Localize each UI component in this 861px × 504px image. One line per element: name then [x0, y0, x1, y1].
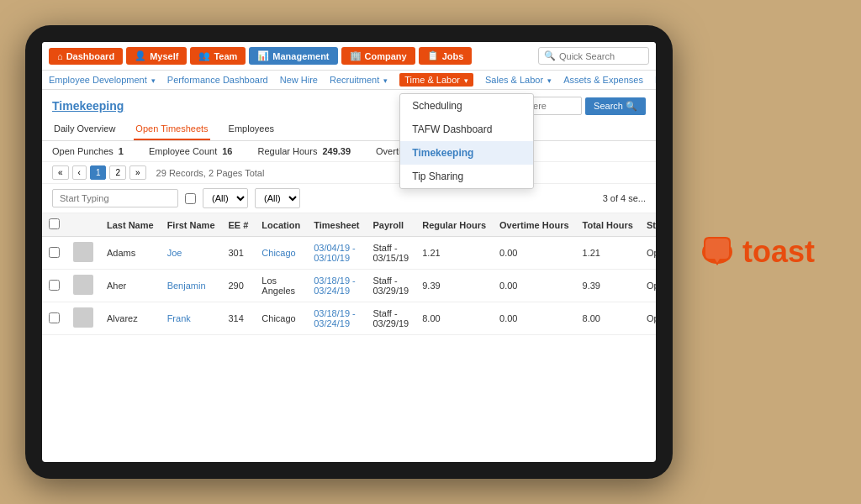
jobs-button[interactable]: 📋 Jobs	[419, 47, 473, 65]
management-button[interactable]: 📊 Management	[249, 47, 337, 65]
first-page-button[interactable]: «	[52, 165, 69, 180]
firstname-link[interactable]: Frank	[167, 313, 191, 323]
page-header: Timekeeping Search 🔍	[42, 90, 656, 118]
scheduling-menu-item[interactable]: Scheduling	[400, 94, 533, 118]
location-link[interactable]: Chicago	[261, 248, 295, 258]
employee-count-value: 16	[222, 146, 232, 156]
prev-page-button[interactable]: ‹	[72, 165, 87, 180]
row-payroll: Staff - 03/29/19	[366, 302, 415, 335]
regular-hours-label: Regular Hours	[257, 146, 317, 156]
table-row: Adams Joe 301 Chicago 03/04/19 - 03/10/1…	[42, 237, 656, 270]
secondary-nav: Employee Development ▾ Performance Dashb…	[42, 71, 656, 90]
chart-icon: 📊	[257, 50, 269, 61]
page-2-button[interactable]: 2	[109, 165, 126, 180]
firstname-link[interactable]: Benjamin	[167, 281, 206, 291]
row-checkbox-2[interactable]	[49, 312, 60, 323]
row-lastname: Adams	[100, 237, 161, 270]
team-icon: 👥	[198, 50, 210, 61]
col-lastname: Last Name	[100, 213, 161, 237]
time-and-labor-dropdown[interactable]: Time & Labor ▾ Scheduling TAFW Dashboard…	[399, 75, 473, 85]
myself-button[interactable]: 👤 Myself	[126, 47, 187, 65]
row-firstname: Frank	[161, 302, 222, 335]
tablet-frame: ⌂ Dashboard 👤 Myself 👥 Team 📊 Management…	[25, 25, 673, 479]
dashboard-button[interactable]: ⌂ Dashboard	[49, 48, 123, 65]
filter-text-input[interactable]	[52, 189, 178, 207]
table-row: Aher Benjamin 290 Los Angeles 03/18/19 -…	[42, 270, 656, 302]
filter-checkbox[interactable]	[185, 193, 196, 204]
row-overtime-hours: 0.00	[493, 270, 576, 302]
avatar	[73, 275, 93, 295]
regular-hours-stat: Regular Hours 249.39	[257, 146, 351, 156]
row-timesheet: 03/18/19 - 03/24/19	[307, 270, 366, 302]
row-avatar-cell	[66, 302, 100, 335]
row-location: Chicago	[255, 302, 307, 335]
row-firstname: Joe	[161, 237, 222, 270]
global-search-input[interactable]	[559, 51, 643, 61]
row-lastname: Alvarez	[100, 302, 161, 335]
row-total-hours: 8.00	[576, 302, 640, 335]
open-punches-label: Open Punches	[52, 146, 114, 156]
home-icon: ⌂	[57, 51, 63, 61]
team-button[interactable]: 👥 Team	[190, 47, 246, 65]
filter-badge: 3 of 4 se...	[603, 193, 646, 203]
tafw-dashboard-menu-item[interactable]: TAFW Dashboard	[400, 118, 533, 141]
tab-employees[interactable]: Employees	[227, 118, 276, 140]
row-checkbox-1[interactable]	[49, 280, 60, 291]
row-checkbox-cell	[42, 302, 66, 335]
col-location: Location	[255, 213, 307, 237]
row-avatar-cell	[66, 237, 100, 270]
row-ee: 301	[222, 237, 256, 270]
table-body: Adams Joe 301 Chicago 03/04/19 - 03/10/1…	[42, 237, 656, 335]
user-icon: 👤	[135, 50, 146, 61]
stats-bar: Open Punches 1 Employee Count 16 Regular…	[42, 141, 656, 162]
global-search-box: 🔍	[538, 47, 649, 65]
reports-link[interactable]: Reports	[655, 75, 656, 85]
company-button[interactable]: 🏢 Company	[341, 47, 415, 65]
assets-expenses-link[interactable]: Assets & Expenses	[563, 75, 643, 85]
row-regular-hours: 9.39	[415, 270, 493, 302]
employee-development-link[interactable]: Employee Development ▾	[49, 75, 156, 85]
page-1-button[interactable]: 1	[90, 165, 107, 180]
time-labor-menu: Scheduling TAFW Dashboard Timekeeping Ti…	[399, 93, 534, 189]
tip-sharing-menu-item[interactable]: Tip Sharing	[400, 165, 533, 188]
chevron-down-icon: ▾	[383, 76, 388, 85]
select-all-checkbox[interactable]	[49, 218, 60, 229]
toast-logo: toast	[699, 234, 815, 270]
performance-dashboard-link[interactable]: Performance Dashboard	[167, 75, 268, 85]
regular-hours-value: 249.39	[322, 146, 351, 156]
recruitment-link[interactable]: Recruitment ▾	[330, 75, 388, 85]
filter-bar: (All) (All) 3 of 4 se...	[42, 184, 656, 213]
col-firstname: First Name	[161, 213, 222, 237]
tab-daily-overview[interactable]: Daily Overview	[52, 118, 117, 140]
col-ee: EE #	[222, 213, 256, 237]
chevron-down-icon: ▾	[151, 76, 156, 85]
avatar	[73, 307, 93, 328]
chevron-down-icon: ▾	[464, 76, 468, 85]
filter-dropdown-2[interactable]: (All)	[255, 188, 300, 208]
last-page-button[interactable]: »	[129, 165, 146, 180]
tablet-screen: ⌂ Dashboard 👤 Myself 👥 Team 📊 Management…	[42, 42, 656, 462]
sales-labor-link[interactable]: Sales & Labor ▾	[485, 75, 552, 85]
timesheet-link[interactable]: 03/18/19 - 03/24/19	[314, 308, 356, 328]
timesheets-table: Last Name First Name EE # Location Times…	[42, 213, 656, 335]
row-payroll: Staff - 03/15/19	[366, 237, 415, 270]
col-overtime-hours: Overtime Hours	[493, 213, 576, 237]
new-hire-link[interactable]: New Hire	[280, 75, 318, 85]
timekeeping-menu-item[interactable]: Timekeeping	[400, 141, 533, 165]
row-checkbox-0[interactable]	[49, 247, 60, 258]
search-button[interactable]: Search 🔍	[585, 97, 646, 115]
row-location: Los Angeles	[255, 270, 307, 302]
time-labor-link[interactable]: Time & Labor ▾	[399, 73, 473, 87]
filter-dropdown-1[interactable]: (All)	[203, 188, 248, 208]
top-nav: ⌂ Dashboard 👤 Myself 👥 Team 📊 Management…	[42, 42, 656, 71]
row-checkbox-cell	[42, 270, 66, 302]
tabs: Daily Overview Open Timesheets Employees	[42, 118, 656, 141]
firstname-link[interactable]: Joe	[167, 248, 182, 258]
timesheet-link[interactable]: 03/04/19 - 03/10/19	[314, 243, 356, 263]
page-title[interactable]: Timekeeping	[52, 99, 124, 113]
row-location: Chicago	[255, 237, 307, 270]
tab-open-timesheets[interactable]: Open Timesheets	[134, 118, 209, 140]
row-status: Open	[640, 237, 656, 270]
jobs-icon: 📋	[427, 50, 439, 61]
timesheet-link[interactable]: 03/18/19 - 03/24/19	[314, 276, 356, 296]
